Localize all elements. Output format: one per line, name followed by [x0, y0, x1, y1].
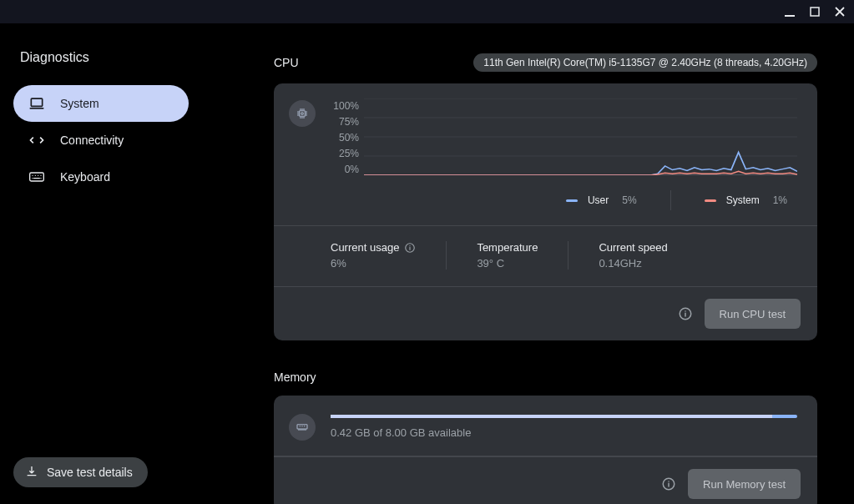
- window-maximize-button[interactable]: [807, 4, 822, 19]
- save-button-label: Save test details: [47, 466, 133, 479]
- svg-rect-2: [31, 98, 42, 106]
- app-title: Diagnostics: [20, 50, 247, 65]
- window-minimize-button[interactable]: [782, 4, 797, 19]
- chart-y-axis: 100% 75% 50% 25% 0%: [327, 98, 359, 175]
- info-icon[interactable]: [678, 306, 693, 321]
- stat-current-usage: Current usage 6%: [331, 241, 446, 270]
- connectivity-icon: [28, 132, 45, 149]
- sidebar-item-label: System: [60, 97, 99, 110]
- run-cpu-test-button[interactable]: Run CPU test: [705, 299, 801, 329]
- svg-rect-13: [297, 425, 307, 429]
- legend-system: System 1%: [705, 194, 787, 206]
- window-close-button[interactable]: [832, 4, 847, 19]
- stat-current-speed: Current speed 0.14GHz: [568, 241, 697, 270]
- save-test-details-button[interactable]: Save test details: [13, 457, 148, 487]
- sidebar-item-label: Connectivity: [60, 134, 124, 147]
- legend-separator: [670, 190, 671, 210]
- info-icon[interactable]: [661, 476, 676, 491]
- memory-available-text: 0.42 GB of 8.00 GB available: [331, 426, 797, 439]
- memory-usage-bar: [331, 415, 797, 418]
- svg-rect-1: [811, 8, 819, 16]
- keyboard-icon: [28, 169, 45, 185]
- legend-swatch-system: [705, 199, 716, 202]
- legend-user: User 5%: [566, 194, 637, 206]
- download-icon: [25, 465, 38, 481]
- svg-rect-3: [30, 173, 44, 181]
- memory-section-title: Memory: [274, 370, 316, 384]
- legend-swatch-user: [566, 199, 578, 202]
- memory-card: 0.42 GB of 8.00 GB available Run Memory …: [274, 396, 817, 504]
- cpu-usage-chart: [364, 98, 797, 175]
- svg-rect-0: [785, 15, 795, 17]
- memory-chip-icon: [289, 414, 316, 441]
- cpu-card: 100% 75% 50% 25% 0% User: [274, 83, 817, 340]
- sidebar-item-label: Keyboard: [60, 170, 110, 184]
- svg-rect-4: [300, 111, 306, 117]
- cpu-section-title: CPU: [274, 56, 299, 69]
- sidebar-item-system[interactable]: System: [13, 85, 189, 122]
- sidebar-item-connectivity[interactable]: Connectivity: [13, 122, 189, 159]
- stat-temperature: Temperature 39° C: [446, 241, 568, 270]
- cpu-model-pill: 11th Gen Intel(R) Core(TM) i5-1135G7 @ 2…: [473, 53, 817, 72]
- run-memory-test-button[interactable]: Run Memory test: [688, 469, 801, 499]
- info-icon[interactable]: [404, 242, 416, 254]
- sidebar-item-keyboard[interactable]: Keyboard: [13, 159, 189, 195]
- cpu-chip-icon: [289, 100, 316, 127]
- laptop-icon: [28, 95, 45, 112]
- svg-point-5: [301, 113, 304, 115]
